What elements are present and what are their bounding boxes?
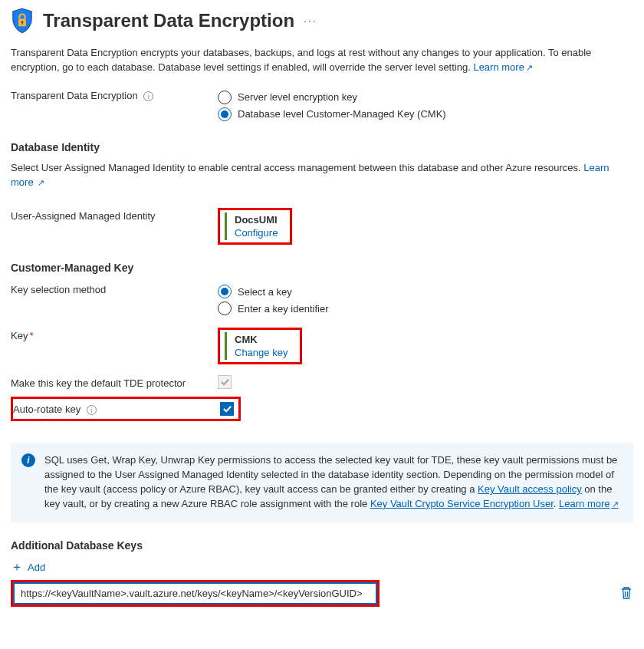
auto-rotate-checkbox[interactable]: [220, 402, 234, 416]
info-icon[interactable]: i: [143, 91, 153, 101]
key-input-highlight: [11, 580, 380, 607]
shield-lock-icon: [11, 8, 34, 34]
uami-configure-link[interactable]: Configure: [235, 227, 278, 239]
add-key-label: Add: [28, 562, 45, 573]
radio-db-level-label: Database level Customer-Managed Key (CMK…: [238, 108, 446, 120]
auto-rotate-label: Auto-rotate key: [13, 404, 80, 415]
key-identifier-input[interactable]: [13, 582, 377, 605]
database-identity-heading: Database Identity: [11, 141, 633, 153]
external-link-icon: ↗: [38, 178, 44, 187]
learn-more-link[interactable]: Learn more↗: [559, 498, 618, 509]
plus-icon: ＋: [11, 559, 23, 575]
database-identity-desc: Select User Assigned Managed Identity to…: [11, 161, 633, 190]
default-protector-label: Make this key the default TDE protector: [11, 377, 186, 389]
info-icon[interactable]: i: [87, 405, 97, 415]
intro-text: Transparent Data Encryption encrypts you…: [11, 46, 633, 75]
external-link-icon: ↗: [526, 63, 533, 72]
radio-enter-identifier[interactable]: Enter a key identifier: [218, 301, 633, 315]
uami-name: DocsUMI: [235, 214, 278, 226]
radio-select-key[interactable]: Select a key: [218, 285, 633, 298]
page-title: Transparent Data Encryption: [43, 10, 294, 31]
check-icon: [222, 404, 232, 413]
check-icon: [220, 377, 230, 387]
default-protector-checkbox: [218, 375, 232, 389]
radio-icon: [218, 91, 232, 104]
kv-crypto-role-link[interactable]: Key Vault Crypto Service Encryption User: [370, 498, 554, 509]
radio-server-level-label: Server level encryption key: [238, 91, 357, 103]
radio-icon: [218, 301, 232, 315]
radio-select-key-label: Select a key: [238, 286, 292, 298]
info-callout: i SQL uses Get, Wrap Key, Unwrap Key per…: [11, 443, 633, 522]
kv-access-policy-link[interactable]: Key Vault access policy: [478, 483, 582, 495]
cmk-heading: Customer-Managed Key: [11, 262, 633, 274]
radio-icon: [218, 107, 232, 121]
required-asterisk: *: [29, 330, 33, 341]
uami-highlight: DocsUMI Configure: [218, 208, 292, 245]
auto-rotate-highlight: Auto-rotate key i: [11, 397, 241, 421]
key-highlight: CMK Change key: [218, 328, 302, 364]
radio-icon: [218, 285, 232, 298]
info-badge-icon: i: [21, 453, 35, 467]
additional-keys-heading: Additional Database Keys: [11, 539, 633, 552]
kebab-menu[interactable]: ···: [304, 15, 317, 27]
delete-key-icon[interactable]: [619, 586, 633, 600]
key-label: Key: [11, 330, 28, 341]
svg-rect-2: [21, 22, 22, 25]
change-key-link[interactable]: Change key: [235, 347, 288, 358]
radio-enter-identifier-label: Enter a key identifier: [238, 303, 329, 315]
radio-db-level-cmk[interactable]: Database level Customer-Managed Key (CMK…: [218, 107, 633, 121]
uami-label: User-Assigned Managed Identity: [11, 210, 156, 222]
key-selection-label: Key selection method: [11, 284, 106, 295]
learn-more-link[interactable]: Learn more↗: [473, 61, 532, 73]
add-key-button[interactable]: ＋ Add: [11, 559, 633, 575]
external-link-icon: ↗: [612, 499, 619, 509]
key-name: CMK: [235, 334, 288, 345]
radio-server-level[interactable]: Server level encryption key: [218, 91, 633, 104]
tde-label: Transparent Data Encryption: [11, 90, 138, 101]
